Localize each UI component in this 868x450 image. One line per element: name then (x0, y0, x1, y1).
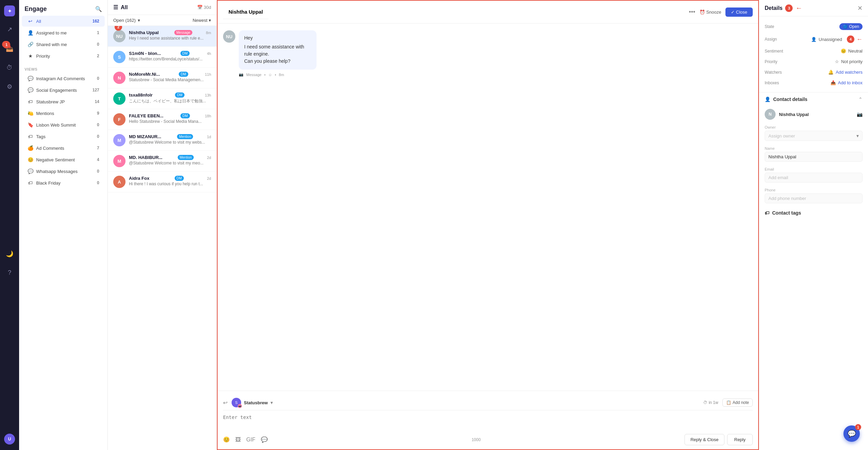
owner-dropdown[interactable]: Assign owner ▾ (765, 131, 863, 141)
conversation-item[interactable]: 2 NU Nishtha Uppal Message 8m Hey I need… (108, 26, 217, 47)
phone-field-label: Phone (765, 188, 863, 192)
conversation-item[interactable]: M MD MIZANUR... Mention 1d @Statusbrew W… (108, 130, 217, 151)
sidebar-count-instagram-comments: 0 (97, 76, 99, 81)
sidebar-item-lisbon-web-summit[interactable]: 🔖 Lisbon Web Summit 0 (22, 119, 105, 130)
sort-dropdown[interactable]: Newest ▾ (193, 18, 211, 23)
more-options-icon[interactable]: ••• (689, 9, 695, 16)
conversation-item[interactable]: F FALEYE EBEN... DM 18h Hello Statusbrew… (108, 109, 217, 130)
live-chat-button[interactable]: 💬 1 (843, 425, 860, 442)
sidebar-count-ad-comments: 7 (97, 146, 99, 150)
sidebar-count-negative-sentiment: 4 (97, 157, 99, 162)
email-input[interactable]: Add email (765, 173, 863, 183)
conversation-item[interactable]: A Aidra Fox DM 2d Hi there ! I was curio… (108, 172, 217, 192)
nav-analytics-icon[interactable]: ⏱ (3, 61, 16, 74)
chat-notification-badge: 1 (855, 424, 861, 430)
state-badge[interactable]: 🔵 Open (839, 23, 863, 30)
sidebar-item-black-friday[interactable]: 🏷 Black Friday 0 (22, 177, 105, 188)
state-value: Open (849, 24, 859, 29)
char-count: 1000 (472, 437, 481, 442)
sidebar-label-whatsapp: Whatsapp Messages (36, 169, 94, 174)
assign-value[interactable]: 👤 Unassigned (811, 37, 842, 42)
sidebar-item-statusbrew-jp[interactable]: 🏷 Statusbrew JP 14 (22, 96, 105, 107)
inboxes-text: Add to inbox (838, 80, 863, 85)
open-filter-dropdown[interactable]: Open (162) ▾ (113, 18, 140, 23)
sidebar-item-priority[interactable]: ★ Priority 2 (22, 50, 105, 61)
message-input[interactable] (223, 413, 753, 430)
sentiment-value[interactable]: 😐 Neutral (841, 48, 863, 54)
sidebar-item-assigned-to-me[interactable]: 👤 Assigned to me 1 (22, 27, 105, 38)
conv-time: 11h (205, 72, 211, 76)
sidebar-item-social-engagements[interactable]: 💬 Social Engagements 127 (22, 85, 105, 96)
sidebar-label-lisbon: Lisbon Web Summit (36, 122, 94, 128)
app-logo: ✦ (4, 5, 15, 16)
chat-messages: NU Hey I need some assistance with rule … (218, 24, 758, 391)
conv-avatar: N (113, 72, 126, 84)
add-to-inbox-button[interactable]: 📥 Add to inbox (830, 80, 863, 85)
sort-chevron-icon: ▾ (209, 18, 211, 23)
sidebar-item-instagram-ad-comments[interactable]: 💬 Instagram Ad Comments 0 (22, 73, 105, 84)
gif-icon[interactable]: GIF (246, 437, 255, 443)
template-icon[interactable]: 💬 (261, 436, 268, 443)
message-bubble: Hey I need some assistance with rule eng… (239, 30, 317, 70)
clock-icon: ⏰ (700, 10, 705, 15)
snooze-button[interactable]: ⏰ Snooze (700, 10, 721, 15)
reply-icon[interactable]: ↩ (223, 400, 227, 406)
email-field: Email Add email (759, 164, 868, 185)
conv-content: tsxa88nfolr DM 13h こんにちは、ベイビー、私は日本で勉強... (129, 92, 211, 104)
conv-preview: https://twitter.com/BrendaLoyce/status/.… (129, 57, 211, 61)
emoji-icon[interactable]: 😊 (223, 436, 230, 443)
tag-icon: 🏷 (765, 210, 769, 216)
sidebar-item-all[interactable]: ↩ All 162 (22, 16, 105, 27)
reply-close-button[interactable]: Reply & Close (685, 434, 724, 445)
sentiment-row: Sentiment 😐 Neutral (765, 46, 863, 56)
nav-settings-icon[interactable]: ⚙ (3, 81, 16, 93)
sidebar-item-shared-with-me[interactable]: 🔗 Shared with me 0 (22, 39, 105, 50)
contact-details-header[interactable]: 👤 Contact details ⌃ (759, 92, 868, 106)
conv-avatar: F (113, 113, 126, 126)
sidebar-item-negative-sentiment[interactable]: 😊 Negative Sentiment 4 (22, 154, 105, 165)
conversation-item[interactable]: T tsxa88nfolr DM 13h こんにちは、ベイビー、私は日本で勉強.… (108, 88, 217, 109)
add-note-button[interactable]: 📋 Add note (722, 398, 753, 407)
user-avatar[interactable]: U (4, 434, 15, 445)
image-icon[interactable]: 🖼 (235, 437, 241, 443)
nav-send-icon[interactable]: ↗ (3, 23, 16, 35)
priority-value[interactable]: ☆ Not priority (835, 59, 863, 64)
phone-input[interactable]: Add phone number (765, 193, 863, 203)
conv-preview: @Statusbrew Welcome to visit my meo... (129, 161, 211, 165)
arrow-left-icon: ← (856, 36, 863, 43)
sidebar-item-tags[interactable]: 🏷 Tags 0 (22, 131, 105, 142)
conversation-item[interactable]: M MD. HABIBUR... Mention 2d @Statusbrew … (108, 151, 217, 172)
chat-actions: Reply & Close Reply (685, 434, 753, 445)
name-field-value[interactable]: Nishtha Uppal (765, 152, 863, 162)
sidebar-item-ad-comments[interactable]: 🍊 Ad Comments 7 (22, 143, 105, 154)
chat-tools: 😊 🖼 GIF 💬 (223, 436, 268, 443)
message-dot: • (264, 73, 266, 77)
conversation-list: 2 NU Nishtha Uppal Message 8m Hey I need… (108, 26, 217, 450)
search-icon[interactable]: 🔍 (95, 6, 102, 12)
conv-name: Aidra Fox (129, 176, 149, 181)
sender-info: S 📷 Statusbrew ▾ (232, 398, 273, 407)
conversation-item[interactable]: N NoMoreMr.Ni... DM 11h Statusbrew - Soc… (108, 68, 217, 88)
collapse-icon[interactable]: ⌃ (858, 97, 863, 102)
reply-button[interactable]: Reply (727, 434, 753, 445)
message-sender-avatar: NU (223, 30, 235, 43)
close-conversation-button[interactable]: ✓ Close (725, 8, 753, 17)
sidebar-label-black-friday: Black Friday (36, 180, 94, 186)
sender-avatar: S 📷 (232, 398, 241, 407)
instagram-comments-icon: 💬 (27, 76, 33, 81)
nav-help-icon[interactable]: ? (3, 267, 16, 279)
conv-platform-badge: Mention (177, 134, 193, 139)
watchers-button[interactable]: 🔔 Add watchers (828, 70, 863, 75)
hamburger-icon[interactable]: ☰ (113, 4, 118, 11)
nav-moon-icon[interactable]: 🌙 (3, 248, 16, 260)
conversation-item[interactable]: S S1m0N - blon... DM 4h https://twitter.… (108, 47, 217, 68)
details-close-button[interactable]: ✕ (857, 4, 863, 12)
sidebar-count-priority: 2 (97, 54, 99, 58)
contact-tags-section[interactable]: 🏷 Contact tags (759, 206, 868, 220)
sidebar-item-mentions[interactable]: 🍋 Mentions 9 (22, 108, 105, 119)
owner-field: Owner Assign owner ▾ (759, 122, 868, 144)
annotation-1: 1 (3, 41, 10, 48)
sidebar-item-whatsapp[interactable]: 💬 Whatsapp Messages 0 (22, 166, 105, 177)
message-dot2: • (275, 73, 276, 77)
conv-time: 2d (207, 156, 211, 160)
